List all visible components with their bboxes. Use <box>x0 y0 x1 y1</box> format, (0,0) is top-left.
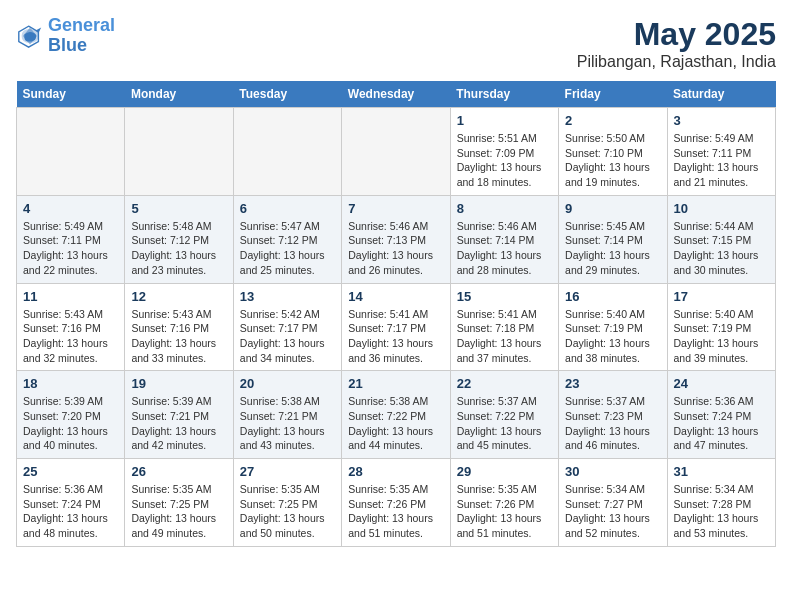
day-number: 20 <box>240 376 335 391</box>
day-cell-2-4: 15Sunrise: 5:41 AMSunset: 7:18 PMDayligh… <box>450 283 558 371</box>
col-wednesday: Wednesday <box>342 81 450 108</box>
col-thursday: Thursday <box>450 81 558 108</box>
calendar-table: Sunday Monday Tuesday Wednesday Thursday… <box>16 81 776 547</box>
day-info: Sunrise: 5:37 AMSunset: 7:23 PMDaylight:… <box>565 394 660 453</box>
day-cell-4-4: 29Sunrise: 5:35 AMSunset: 7:26 PMDayligh… <box>450 459 558 547</box>
day-info: Sunrise: 5:39 AMSunset: 7:21 PMDaylight:… <box>131 394 226 453</box>
day-cell-1-3: 7Sunrise: 5:46 AMSunset: 7:13 PMDaylight… <box>342 195 450 283</box>
week-row-4: 18Sunrise: 5:39 AMSunset: 7:20 PMDayligh… <box>17 371 776 459</box>
day-cell-0-4: 1Sunrise: 5:51 AMSunset: 7:09 PMDaylight… <box>450 108 558 196</box>
week-row-5: 25Sunrise: 5:36 AMSunset: 7:24 PMDayligh… <box>17 459 776 547</box>
day-number: 23 <box>565 376 660 391</box>
col-saturday: Saturday <box>667 81 775 108</box>
day-cell-1-1: 5Sunrise: 5:48 AMSunset: 7:12 PMDaylight… <box>125 195 233 283</box>
day-number: 18 <box>23 376 118 391</box>
day-cell-2-3: 14Sunrise: 5:41 AMSunset: 7:17 PMDayligh… <box>342 283 450 371</box>
day-cell-0-3 <box>342 108 450 196</box>
week-row-2: 4Sunrise: 5:49 AMSunset: 7:11 PMDaylight… <box>17 195 776 283</box>
day-cell-4-1: 26Sunrise: 5:35 AMSunset: 7:25 PMDayligh… <box>125 459 233 547</box>
day-info: Sunrise: 5:49 AMSunset: 7:11 PMDaylight:… <box>674 131 769 190</box>
day-cell-4-0: 25Sunrise: 5:36 AMSunset: 7:24 PMDayligh… <box>17 459 125 547</box>
day-number: 19 <box>131 376 226 391</box>
day-info: Sunrise: 5:46 AMSunset: 7:14 PMDaylight:… <box>457 219 552 278</box>
day-info: Sunrise: 5:35 AMSunset: 7:25 PMDaylight:… <box>240 482 335 541</box>
day-cell-0-5: 2Sunrise: 5:50 AMSunset: 7:10 PMDaylight… <box>559 108 667 196</box>
day-cell-2-2: 13Sunrise: 5:42 AMSunset: 7:17 PMDayligh… <box>233 283 341 371</box>
day-cell-2-5: 16Sunrise: 5:40 AMSunset: 7:19 PMDayligh… <box>559 283 667 371</box>
day-info: Sunrise: 5:35 AMSunset: 7:26 PMDaylight:… <box>457 482 552 541</box>
day-info: Sunrise: 5:43 AMSunset: 7:16 PMDaylight:… <box>131 307 226 366</box>
day-number: 7 <box>348 201 443 216</box>
week-row-3: 11Sunrise: 5:43 AMSunset: 7:16 PMDayligh… <box>17 283 776 371</box>
day-cell-1-4: 8Sunrise: 5:46 AMSunset: 7:14 PMDaylight… <box>450 195 558 283</box>
day-info: Sunrise: 5:48 AMSunset: 7:12 PMDaylight:… <box>131 219 226 278</box>
day-number: 5 <box>131 201 226 216</box>
day-number: 14 <box>348 289 443 304</box>
day-number: 2 <box>565 113 660 128</box>
col-friday: Friday <box>559 81 667 108</box>
col-sunday: Sunday <box>17 81 125 108</box>
day-cell-3-3: 21Sunrise: 5:38 AMSunset: 7:22 PMDayligh… <box>342 371 450 459</box>
day-info: Sunrise: 5:49 AMSunset: 7:11 PMDaylight:… <box>23 219 118 278</box>
day-cell-0-1 <box>125 108 233 196</box>
day-number: 15 <box>457 289 552 304</box>
day-info: Sunrise: 5:34 AMSunset: 7:28 PMDaylight:… <box>674 482 769 541</box>
week-row-1: 1Sunrise: 5:51 AMSunset: 7:09 PMDaylight… <box>17 108 776 196</box>
logo: General Blue <box>16 16 115 56</box>
day-number: 24 <box>674 376 769 391</box>
day-cell-0-6: 3Sunrise: 5:49 AMSunset: 7:11 PMDaylight… <box>667 108 775 196</box>
day-info: Sunrise: 5:47 AMSunset: 7:12 PMDaylight:… <box>240 219 335 278</box>
day-info: Sunrise: 5:50 AMSunset: 7:10 PMDaylight:… <box>565 131 660 190</box>
day-cell-3-4: 22Sunrise: 5:37 AMSunset: 7:22 PMDayligh… <box>450 371 558 459</box>
day-number: 6 <box>240 201 335 216</box>
day-info: Sunrise: 5:38 AMSunset: 7:21 PMDaylight:… <box>240 394 335 453</box>
day-number: 9 <box>565 201 660 216</box>
day-info: Sunrise: 5:36 AMSunset: 7:24 PMDaylight:… <box>674 394 769 453</box>
day-number: 8 <box>457 201 552 216</box>
col-tuesday: Tuesday <box>233 81 341 108</box>
day-info: Sunrise: 5:39 AMSunset: 7:20 PMDaylight:… <box>23 394 118 453</box>
day-number: 17 <box>674 289 769 304</box>
day-cell-0-0 <box>17 108 125 196</box>
day-number: 13 <box>240 289 335 304</box>
day-cell-1-2: 6Sunrise: 5:47 AMSunset: 7:12 PMDaylight… <box>233 195 341 283</box>
day-info: Sunrise: 5:51 AMSunset: 7:09 PMDaylight:… <box>457 131 552 190</box>
day-cell-3-1: 19Sunrise: 5:39 AMSunset: 7:21 PMDayligh… <box>125 371 233 459</box>
day-info: Sunrise: 5:35 AMSunset: 7:26 PMDaylight:… <box>348 482 443 541</box>
day-info: Sunrise: 5:37 AMSunset: 7:22 PMDaylight:… <box>457 394 552 453</box>
day-number: 16 <box>565 289 660 304</box>
day-number: 21 <box>348 376 443 391</box>
day-number: 12 <box>131 289 226 304</box>
day-number: 25 <box>23 464 118 479</box>
day-cell-4-3: 28Sunrise: 5:35 AMSunset: 7:26 PMDayligh… <box>342 459 450 547</box>
day-cell-4-6: 31Sunrise: 5:34 AMSunset: 7:28 PMDayligh… <box>667 459 775 547</box>
header-row: Sunday Monday Tuesday Wednesday Thursday… <box>17 81 776 108</box>
day-info: Sunrise: 5:40 AMSunset: 7:19 PMDaylight:… <box>674 307 769 366</box>
month-title: May 2025 <box>577 16 776 53</box>
day-cell-2-6: 17Sunrise: 5:40 AMSunset: 7:19 PMDayligh… <box>667 283 775 371</box>
day-number: 26 <box>131 464 226 479</box>
title-block: May 2025 Pilibangan, Rajasthan, India <box>577 16 776 71</box>
col-monday: Monday <box>125 81 233 108</box>
day-info: Sunrise: 5:43 AMSunset: 7:16 PMDaylight:… <box>23 307 118 366</box>
day-number: 10 <box>674 201 769 216</box>
day-cell-1-6: 10Sunrise: 5:44 AMSunset: 7:15 PMDayligh… <box>667 195 775 283</box>
day-number: 31 <box>674 464 769 479</box>
day-number: 30 <box>565 464 660 479</box>
day-cell-4-5: 30Sunrise: 5:34 AMSunset: 7:27 PMDayligh… <box>559 459 667 547</box>
location: Pilibangan, Rajasthan, India <box>577 53 776 71</box>
day-cell-4-2: 27Sunrise: 5:35 AMSunset: 7:25 PMDayligh… <box>233 459 341 547</box>
day-cell-1-5: 9Sunrise: 5:45 AMSunset: 7:14 PMDaylight… <box>559 195 667 283</box>
day-cell-2-1: 12Sunrise: 5:43 AMSunset: 7:16 PMDayligh… <box>125 283 233 371</box>
day-info: Sunrise: 5:38 AMSunset: 7:22 PMDaylight:… <box>348 394 443 453</box>
day-info: Sunrise: 5:46 AMSunset: 7:13 PMDaylight:… <box>348 219 443 278</box>
day-info: Sunrise: 5:41 AMSunset: 7:17 PMDaylight:… <box>348 307 443 366</box>
day-cell-3-6: 24Sunrise: 5:36 AMSunset: 7:24 PMDayligh… <box>667 371 775 459</box>
page-header: General Blue May 2025 Pilibangan, Rajast… <box>16 16 776 71</box>
day-info: Sunrise: 5:34 AMSunset: 7:27 PMDaylight:… <box>565 482 660 541</box>
day-info: Sunrise: 5:36 AMSunset: 7:24 PMDaylight:… <box>23 482 118 541</box>
day-number: 29 <box>457 464 552 479</box>
logo-icon <box>16 22 44 50</box>
day-info: Sunrise: 5:35 AMSunset: 7:25 PMDaylight:… <box>131 482 226 541</box>
day-info: Sunrise: 5:41 AMSunset: 7:18 PMDaylight:… <box>457 307 552 366</box>
